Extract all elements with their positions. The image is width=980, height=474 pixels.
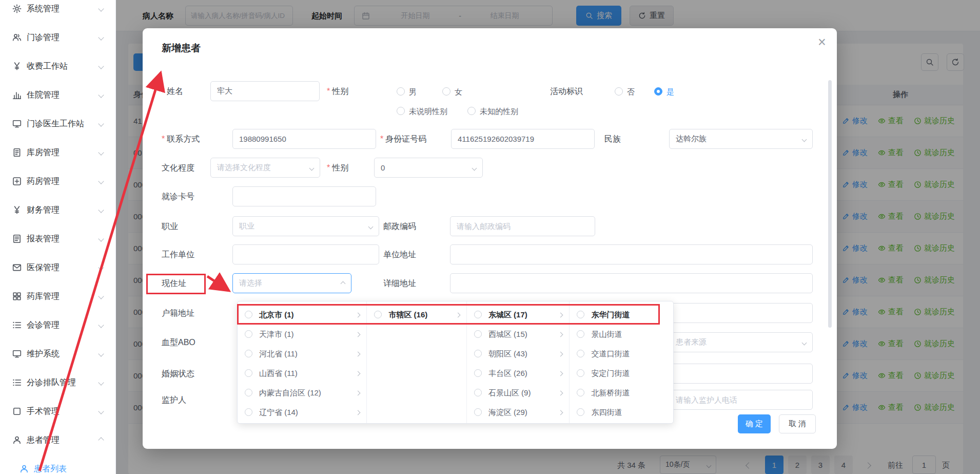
- radio-female[interactable]: [442, 87, 450, 96]
- occupation-placeholder: 职业: [239, 221, 254, 231]
- cascader-option-andingmen[interactable]: 安定门街道: [570, 364, 673, 383]
- chevron-right-icon: [558, 391, 563, 396]
- sidebar-item-finance[interactable]: 财务管理: [0, 196, 115, 224]
- sidebar-item-medical-insurance[interactable]: 医保管理: [0, 253, 115, 282]
- cascader-option-label: 朝阳区 (43): [488, 349, 527, 359]
- bar-chart-icon: [12, 90, 22, 100]
- patient-source-select[interactable]: 患者来源: [669, 332, 813, 352]
- radio-icon: [245, 350, 252, 357]
- card-no-input[interactable]: [232, 186, 376, 206]
- sidebar-item-reports[interactable]: 报表管理: [0, 224, 115, 253]
- cascader-option-donghuamen[interactable]: 东华门街道: [570, 305, 673, 325]
- sidebar-item-patient-management[interactable]: 患者管理: [0, 426, 115, 454]
- radio-yes[interactable]: [654, 87, 662, 96]
- sidebar-item-outpatient[interactable]: 门诊管理: [0, 23, 115, 52]
- chevron-down-icon: [98, 207, 104, 213]
- name-input[interactable]: [210, 81, 320, 101]
- cascader-option-dongsi[interactable]: 东四街道: [570, 403, 673, 422]
- sidebar-item-surgery[interactable]: 手术管理: [0, 397, 115, 426]
- marital-status-right-input[interactable]: [669, 364, 813, 384]
- radio-gender-unknown[interactable]: [467, 107, 476, 115]
- cascader-option-fengtai[interactable]: 丰台区 (26): [467, 364, 570, 383]
- confirm-button[interactable]: 确 定: [738, 414, 771, 433]
- cascader-option-label: 安定门街道: [591, 369, 630, 378]
- unit-address-input[interactable]: [450, 244, 813, 264]
- sidebar-item-maintenance[interactable]: 维护系统: [0, 339, 115, 368]
- modal-scrollbar-thumb[interactable]: [828, 80, 832, 328]
- chevron-right-icon: [456, 313, 461, 318]
- cascader-option-label: 河北省 (11): [259, 349, 298, 359]
- cancel-button[interactable]: 取 消: [779, 414, 816, 433]
- user-icon: [12, 435, 22, 445]
- current-address-cascader-select[interactable]: 请选择: [232, 273, 351, 293]
- cascader-option-shixiaqu[interactable]: 市辖区 (16): [367, 305, 466, 325]
- cascader-option-label: 景山街道: [591, 330, 622, 339]
- guardian-phone-input[interactable]: [669, 390, 813, 410]
- cascader-option-liaoning[interactable]: 辽宁省 (14): [238, 403, 366, 422]
- sidebar-item-charge-station[interactable]: 收费工作站: [0, 52, 115, 81]
- sidebar-item-warehouse[interactable]: 库房管理: [0, 138, 115, 167]
- radio-icon: [577, 311, 584, 318]
- education-select[interactable]: 请选择文化程度: [210, 158, 320, 178]
- radio-icon: [577, 389, 584, 396]
- radio-gender-unstated[interactable]: [397, 107, 405, 115]
- gender-select[interactable]: 0: [374, 158, 483, 178]
- close-icon[interactable]: ×: [818, 35, 826, 49]
- radio-gender-unstated-label: 未说明性别: [409, 107, 447, 117]
- cascader-option-shanxi[interactable]: 山西省 (11): [238, 364, 366, 383]
- cascader-option-xicheng[interactable]: 西城区 (15): [467, 325, 570, 344]
- cascader-street-column: 东华门街道 景山街道 交道口街道 安定门街道 北新桥街道 东四街道: [570, 301, 673, 423]
- radio-icon: [474, 408, 482, 416]
- radio-male[interactable]: [397, 87, 405, 96]
- education-label: 文化程度: [162, 163, 194, 174]
- cascader-option-hebei[interactable]: 河北省 (11): [238, 344, 366, 364]
- postal-code-label: 邮政编码: [383, 221, 416, 232]
- postal-code-input[interactable]: [450, 216, 595, 236]
- sidebar-item-inpatient[interactable]: 住院管理: [0, 81, 115, 109]
- cascader-option-label: 西城区 (15): [488, 330, 527, 339]
- cascader-option-tianjin[interactable]: 天津市 (1): [238, 325, 366, 344]
- gender-label: *性别: [327, 86, 348, 97]
- sidebar-item-label: 门诊医生工作站: [27, 119, 84, 129]
- sidebar-subitem-patient-list[interactable]: 患者列表: [0, 454, 115, 474]
- occupation-select[interactable]: 职业: [232, 216, 379, 236]
- chevron-down-icon: [802, 340, 807, 346]
- chevron-down-icon: [98, 351, 104, 356]
- contact-input[interactable]: [232, 129, 376, 149]
- chevron-down-icon: [98, 6, 104, 11]
- occupation-label: 职业: [162, 221, 178, 232]
- cascader-option-dongcheng[interactable]: 东城区 (17): [467, 305, 570, 325]
- cascader-option-chaoyang[interactable]: 朝阳区 (43): [467, 344, 570, 364]
- cascader-option-neimenggu[interactable]: 内蒙古自治区 (12): [238, 383, 366, 403]
- sidebar-item-label: 医保管理: [27, 262, 60, 273]
- cascader-option-beixinqiao[interactable]: 北新桥街道: [570, 383, 673, 403]
- work-unit-input[interactable]: [232, 244, 379, 264]
- sidebar-item-consultation[interactable]: 会诊管理: [0, 311, 115, 339]
- radio-icon: [577, 350, 584, 357]
- sidebar-item-label: 药房管理: [27, 176, 60, 187]
- cascader-option-shijingshan[interactable]: 石景山区 (9): [467, 383, 570, 403]
- cascader-district-column: 东城区 (17) 西城区 (15) 朝阳区 (43) 丰台区 (26) 石景山区…: [467, 301, 570, 423]
- cascader-option-haidian[interactable]: 海淀区 (29): [467, 403, 570, 422]
- gender-select-value: 0: [381, 163, 385, 172]
- radio-icon: [474, 389, 482, 396]
- cascader-option-label: 丰台区 (26): [488, 369, 527, 378]
- sidebar-item-pharmacy[interactable]: 药房管理: [0, 167, 115, 196]
- radio-icon: [577, 369, 584, 377]
- cascader-option-jiaodaokou[interactable]: 交道口街道: [570, 344, 673, 364]
- id-number-input[interactable]: [451, 129, 595, 149]
- grid-icon: [12, 292, 22, 301]
- chevron-right-icon: [356, 352, 361, 357]
- sidebar-item-drug-storage[interactable]: 药库管理: [0, 282, 115, 311]
- sidebar-item-triage-queue[interactable]: 分诊排队管理: [0, 368, 115, 397]
- sidebar-item-label: 收费工作站: [27, 61, 68, 72]
- sidebar-item-doctor-station[interactable]: 门诊医生工作站: [0, 109, 115, 138]
- radio-no[interactable]: [615, 87, 623, 96]
- cascader-option-beijing[interactable]: 北京市 (1): [238, 305, 366, 325]
- detail-address-input[interactable]: [450, 273, 813, 293]
- cascader-option-jingshan[interactable]: 景山街道: [570, 325, 673, 344]
- ethnicity-select[interactable]: 达斡尔族: [669, 129, 813, 149]
- radio-icon: [245, 369, 252, 377]
- sidebar-item-system[interactable]: 系统管理: [0, 0, 115, 23]
- cascader-option-label: 辽宁省 (14): [259, 408, 298, 418]
